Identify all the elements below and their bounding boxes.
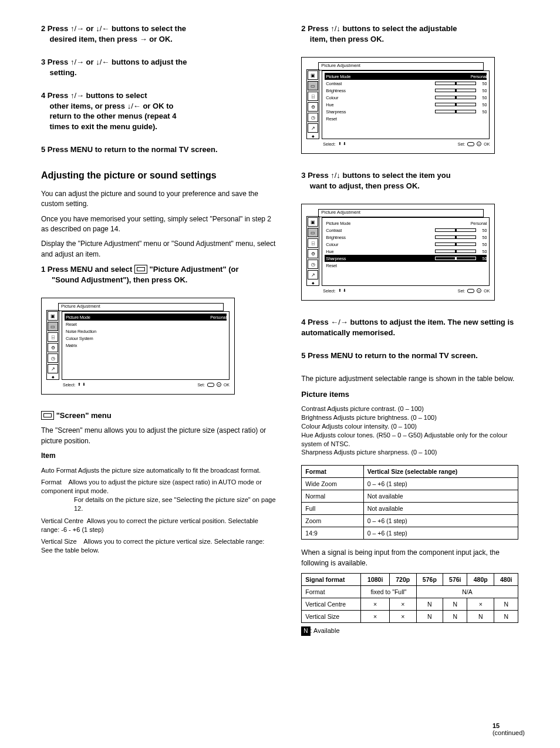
osd-diagram-1: Picture Adjustment ▣ ▭ ⌸ ⚙ ◷ ↗ ◆ Picture… — [41, 298, 235, 395]
pic-colour: Colour Adjusts colour intensity. (0 – 10… — [301, 422, 518, 431]
step-4: 4 Press ↑/→ buttons to select other item… — [41, 90, 276, 132]
para-2: Display the "Picture Adjustment" menu or… — [41, 239, 276, 260]
component-table: Signal format 1080i 720p 576p 576i 480p … — [301, 573, 518, 623]
sidebar-features-icon: ⌸ — [48, 332, 58, 342]
sidebar-picture-icon: ▣ — [308, 217, 318, 227]
table-intro: The picture adjustment selectable range … — [301, 374, 518, 384]
r-step-3: 3 Press ↑/↓ buttons to select the item y… — [301, 170, 518, 191]
sidebar-exit-icon: ↗ — [308, 123, 318, 133]
sidebar-screen-icon: ▭ — [308, 81, 318, 90]
legend: N: Available — [301, 626, 518, 636]
sidebar-picture-icon: ▣ — [308, 70, 318, 80]
r-step-4: 4 Press ←/→ buttons to adjust the item. … — [301, 317, 518, 338]
sidebar-picture-icon: ▣ — [48, 311, 58, 321]
item-label: Item — [41, 451, 276, 461]
format-label: Format Allows you to adjust the picture … — [41, 478, 276, 496]
sidebar-exit-icon: ↗ — [308, 270, 318, 279]
vsize: Vertical Size Allows you to correct the … — [41, 537, 276, 555]
screen-menu-heading: "Screen" menu — [41, 411, 276, 420]
right-arrow-icon: → — [140, 34, 147, 45]
sidebar-setup-icon: ⚙ — [308, 249, 318, 258]
sidebar-timer-icon: ◷ — [308, 113, 318, 122]
comp-intro: When a signal is being input from the co… — [301, 548, 518, 568]
updown-arrows-icon: ↑/↓ — [330, 23, 340, 34]
down-left-arrows-icon: ↓/← — [127, 101, 141, 112]
sidebar-exit-icon: ↗ — [48, 364, 58, 373]
para-1b: Once you have memorised your setting, si… — [41, 214, 276, 235]
step-1-lower: 1 Press MENU and select "Picture Adjustm… — [41, 264, 276, 285]
down-left-arrows-icon: ↓/← — [96, 57, 109, 68]
sidebar-features-icon: ⌸ — [308, 238, 318, 248]
sidebar-screen-icon: ▭ — [48, 322, 58, 331]
vcentre: Vertical Centre Allows you to correct th… — [41, 517, 276, 534]
sidebar-setup-icon: ⚙ — [48, 343, 58, 352]
pic-hue: Hue Adjusts colour tones. (R50 – 0 – G50… — [301, 431, 518, 449]
sidebar-setup-icon: ⚙ — [308, 102, 318, 112]
up-right-arrows-icon: ↑/→ — [70, 57, 84, 68]
r-step-2: 2 Press ↑/↓ buttons to select the adjust… — [301, 23, 518, 44]
sidebar-timer-icon: ◷ — [48, 353, 58, 363]
step-5: 5 Press MENU to return to the normal TV … — [41, 144, 276, 155]
sidebar-features-icon: ⌸ — [308, 92, 318, 101]
section-title: Adjusting the picture or sound settings — [41, 170, 276, 181]
screen-menu-text: The "Screen" menu allows you to adjust t… — [41, 426, 276, 446]
auto-format: Auto Format Adjusts the picture size aut… — [41, 466, 276, 475]
picture-items-hdr: Picture items — [301, 390, 518, 399]
step-2: 2 Press ↑/→ or ↓/← buttons to select the… — [41, 23, 276, 44]
leftright-arrows-icon: ←/→ — [330, 317, 348, 328]
vsize-table: FormatVertical Size (selectable range) W… — [301, 465, 518, 540]
osd-diagram-3: Picture Adjustment ▣ ▭ ⌸ ⚙ ◷ ↗ ◆ Picture… — [301, 204, 495, 301]
page-footer: 15(continued) — [492, 722, 525, 736]
down-left-arrows-icon: ↓/← — [96, 23, 109, 34]
screen-icon — [41, 411, 54, 420]
updown-arrows-icon: ↑/↓ — [330, 170, 340, 181]
sidebar-screen-icon: ▭ — [308, 228, 318, 237]
osd-diagram-2: Picture Adjustment ▣ ▭ ⌸ ⚙ ◷ ↗ ◆ Picture… — [301, 57, 495, 154]
picture-icon — [134, 265, 147, 274]
step-3: 3 Press ↑/→ or ↓/← buttons to adjust the… — [41, 57, 276, 78]
pic-sharp: Sharpness Adjusts picture sharpness. (0 … — [301, 448, 518, 457]
up-right-arrows-icon: ↑/→ — [70, 23, 84, 34]
pic-bright: Brightness Adjusts picture brightness. (… — [301, 413, 518, 422]
pic-contrast: Contrast Adjusts picture contrast. (0 – … — [301, 405, 518, 413]
r-step-5: 5 Press MENU to return to the normal TV … — [301, 351, 518, 361]
sidebar-timer-icon: ◷ — [308, 260, 318, 269]
para-1: You can adjust the picture and sound to … — [41, 189, 276, 210]
legend-badge: N — [301, 626, 310, 636]
up-right-arrows-icon: ↑/→ — [70, 90, 84, 101]
format-more: For details on the picture size, see "Se… — [41, 496, 276, 513]
